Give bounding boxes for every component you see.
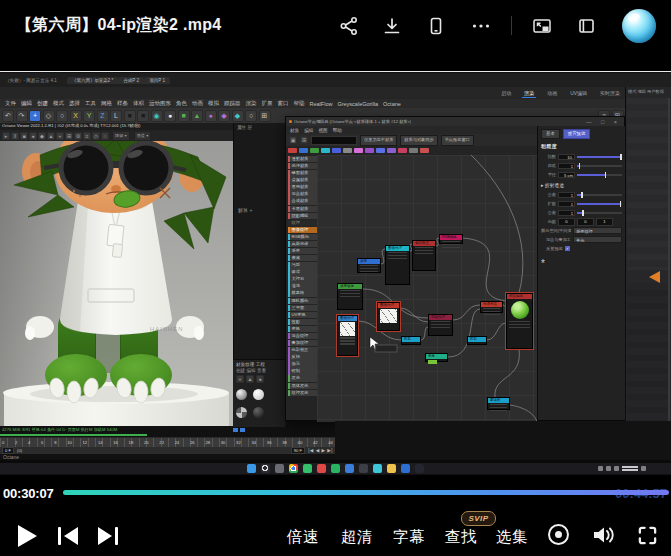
subtitle-button[interactable]: 字幕 <box>393 527 425 548</box>
c4d-toolbar-right: ≡⊞●⚙ <box>598 108 651 123</box>
props-label: 色散 <box>541 219 556 224</box>
c4d-menu-item: 跟踪器 <box>224 100 241 107</box>
prev-bar <box>58 527 61 545</box>
c4d-tool-icon: ⊞ <box>259 110 271 122</box>
c4d-menu-item: 编辑 <box>21 100 32 107</box>
node-param-rows <box>338 336 357 348</box>
video-title: 【第六周】04-ip渲染2 .mp4 <box>16 15 221 36</box>
node-type-item: 通用材质 <box>288 184 317 190</box>
c4d-menu-item: 扩展 <box>262 100 273 107</box>
c4d-layout-tabs: 启动渲染动画UV编辑实时渲染+ 界面 <box>0 87 671 99</box>
props-slider-row: 公差 1 <box>541 208 622 217</box>
next-triangle <box>98 527 112 545</box>
node-editor-window: Octane节点编辑器 (Octane节点 <材质球体.1 + 材质 #12 材… <box>285 116 625 421</box>
play-button[interactable] <box>18 525 37 547</box>
playback-speed-button[interactable]: 倍速 <box>287 527 319 548</box>
timeline-chips <box>233 428 245 432</box>
strip-tabs: 属性 层 <box>234 123 286 132</box>
node-editor-button: 材质与对象同步 <box>400 135 437 146</box>
fullscreen-button[interactable] <box>637 525 658 550</box>
more-icon[interactable] <box>470 15 492 37</box>
cast-icon[interactable] <box>575 15 597 37</box>
node-type-item: 变换 <box>288 326 317 332</box>
node-category-chip <box>387 148 396 153</box>
next-button[interactable] <box>98 527 120 545</box>
props-dropdown: 单色 <box>573 236 622 243</box>
c4d-tool-icon: ◉ <box>151 110 163 122</box>
node-type-item: 卡通材质 <box>288 206 317 212</box>
viewer-tool-icon: ◆ <box>38 132 46 140</box>
quality-button[interactable]: 超清 <box>341 527 373 548</box>
c4d-tool-icon: ↷ <box>16 110 28 122</box>
svip-badge: SVIP <box>461 511 496 526</box>
c4d-layout-tab: UV编辑 <box>568 89 589 98</box>
strip-label: 解算 + <box>238 207 252 213</box>
props-section-title-2: ▸ 折射通道 <box>541 182 622 188</box>
props-label: 反射预览 <box>541 246 563 251</box>
object-manager-header: 模式 编辑 用户数据 <box>626 87 671 96</box>
c4d-layout-tab: 启动 <box>499 89 513 98</box>
props-slider-row: 扩散 1 <box>541 199 622 208</box>
graph-node: RGB颜色 <box>439 234 463 244</box>
node-type-item: 渐变 <box>288 248 317 254</box>
c4d-window-caption: （失败）- 网易云音乐 4.1 《第六周》ip渲染2 *合成P 2项目P 1 <box>0 73 671 87</box>
timeline-tick: 28 <box>205 438 210 447</box>
props-label: 半径 <box>541 172 556 177</box>
props-slider-row: 指数 10. <box>541 152 622 161</box>
taskbar-app-icon <box>359 464 368 473</box>
node-editor-titlebar: Octane节点编辑器 (Octane节点 <材质球体.1 + 材质 #12 材… <box>286 117 624 126</box>
download-icon[interactable] <box>381 15 403 37</box>
props-label: 扩散 <box>541 201 556 206</box>
node-type-item: 黑体发光 <box>288 383 317 389</box>
share-icon[interactable] <box>338 15 360 37</box>
node-param-rows <box>338 289 362 301</box>
props-label: 指数 <box>541 154 556 159</box>
graph-node-header: 投影 <box>468 337 486 342</box>
bottom-right-dark-area <box>335 421 671 461</box>
material-tool-icon: ● <box>256 375 264 383</box>
node-type-item: UV变换 <box>288 312 317 318</box>
transport-buttons: |◀ ◀ ▶ ▶| <box>308 448 333 453</box>
props-slider <box>577 192 622 198</box>
mobile-icon[interactable] <box>425 15 447 37</box>
node-category-chip <box>420 148 429 153</box>
c4d-tool-icon: X <box>70 110 82 122</box>
volume-button[interactable] <box>590 523 616 551</box>
prev-triangle <box>64 527 78 545</box>
progress-bar[interactable] <box>63 490 669 495</box>
graph-node-header: 变换 <box>426 354 447 359</box>
c4d-tool-icon: ○ <box>245 110 257 122</box>
node-param-rows <box>413 246 435 258</box>
texture-preview <box>380 309 397 323</box>
c4d-menu-item: 动画 <box>192 100 203 107</box>
node-type-item: 湍流 <box>288 283 317 289</box>
timeline-tick: 10 <box>67 438 72 447</box>
video-frame[interactable]: （失败）- 网易云音乐 4.1 《第六周》ip渲染2 *合成P 2项目P 1 启… <box>0 71 671 475</box>
graph-node: 图像纹理 <box>385 245 410 285</box>
c4d-side-strip: 属性 层 解算 + <box>233 123 286 426</box>
prev-button[interactable] <box>58 527 80 545</box>
node-category-chip <box>409 148 418 153</box>
user-avatar[interactable] <box>622 9 656 43</box>
episodes-button[interactable]: 选集 <box>496 527 528 548</box>
current-time: 00:30:07 <box>3 486 53 501</box>
taskbar-app-icon <box>317 464 326 473</box>
node-category-chip <box>398 148 407 153</box>
search-button[interactable]: 查找 <box>445 527 477 548</box>
node-editor-menu-item: 视图 <box>318 128 327 133</box>
pip-icon[interactable] <box>531 15 553 37</box>
node-value-chip <box>428 360 437 364</box>
props-slider <box>577 154 622 160</box>
c4d-menu-item: 创建 <box>37 100 48 107</box>
props-section-title: 粗糙度 <box>541 143 622 150</box>
record-button[interactable] <box>548 524 569 545</box>
windows-taskbar <box>0 463 671 474</box>
node-type-item: 色彩校正 <box>288 347 317 353</box>
material-ball-dark <box>253 407 264 418</box>
divider <box>511 16 512 35</box>
node-type-item: 阴影捕捉 <box>288 213 317 219</box>
node-editor-title: Octane节点编辑器 (Octane节点 <材质球体.1 + 材质 #12 材… <box>294 119 411 124</box>
props-slider <box>577 163 622 169</box>
node-category-chips <box>288 147 538 154</box>
node-param-rows <box>386 251 409 263</box>
